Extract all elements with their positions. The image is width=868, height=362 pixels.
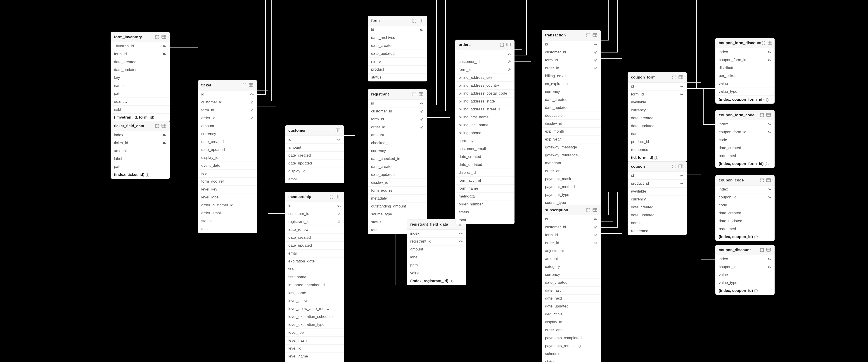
table-icon[interactable]: [592, 33, 597, 37]
column-row[interactable]: first_name: [285, 273, 344, 281]
column-row[interactable]: (index, coupon_id)i: [716, 233, 774, 241]
expand-icon[interactable]: [155, 124, 160, 128]
column-row[interactable]: quantity: [111, 98, 169, 105]
column-row[interactable]: customer_id: [456, 58, 514, 66]
column-row[interactable]: billing_address_city: [456, 74, 514, 82]
table-header[interactable]: form: [368, 16, 427, 26]
table-header[interactable]: coupon_discount: [716, 245, 774, 255]
table-header[interactable]: customer: [285, 126, 344, 136]
column-row[interactable]: order_email: [198, 209, 257, 217]
column-row[interactable]: redeemed: [716, 225, 774, 233]
column-row[interactable]: level_next_renewal_date: [285, 360, 344, 362]
column-row[interactable]: display_id: [542, 318, 601, 326]
column-row[interactable]: level_hash: [285, 337, 344, 344]
table-registrant[interactable]: registrantidcustomer_idform_idorder_idam…: [368, 89, 427, 234]
column-row[interactable]: amount: [407, 245, 466, 253]
column-row[interactable]: id: [542, 215, 601, 223]
column-row[interactable]: deductible: [542, 310, 601, 318]
column-row[interactable]: form_id: [628, 90, 687, 98]
column-row[interactable]: status: [456, 208, 514, 216]
column-row[interactable]: customer_id: [542, 49, 601, 56]
table-header[interactable]: coupon_code: [716, 175, 774, 185]
column-row[interactable]: index: [407, 230, 466, 238]
column-row[interactable]: level_expiration_type: [285, 321, 344, 329]
column-row[interactable]: customer_id: [285, 210, 344, 218]
column-row[interactable]: form_id: [111, 50, 169, 58]
column-row[interactable]: form_id: [198, 106, 257, 114]
column-row[interactable]: date_next: [542, 295, 601, 302]
column-row[interactable]: customer_id: [198, 98, 257, 106]
column-row[interactable]: currency: [542, 88, 601, 96]
column-row[interactable]: order_email: [542, 167, 601, 175]
column-row[interactable]: currency: [368, 147, 427, 155]
column-row[interactable]: exp_year: [542, 135, 601, 144]
table-membership[interactable]: membershipidcustomer_idregistrant_idauto…: [285, 192, 344, 362]
column-row[interactable]: amount: [368, 131, 427, 139]
column-row[interactable]: (index, coupon_form_id)i: [716, 96, 774, 103]
erd-canvas[interactable]: form_inventory_fivetran_idform_iddate_cr…: [0, 0, 868, 362]
column-row[interactable]: form_id: [368, 115, 427, 123]
table-icon[interactable]: [249, 83, 254, 87]
table-icon[interactable]: [506, 43, 511, 47]
column-row[interactable]: billing_address_state: [456, 97, 514, 105]
table-header[interactable]: coupon_form_discount: [716, 38, 774, 48]
column-row[interactable]: currency: [628, 195, 687, 203]
column-row[interactable]: date_created: [456, 153, 514, 161]
column-row[interactable]: name: [368, 58, 427, 66]
column-row[interactable]: product_id: [628, 180, 687, 187]
table-icon[interactable]: [679, 76, 683, 80]
column-row[interactable]: date_created: [368, 163, 427, 171]
column-row[interactable]: display_id: [285, 168, 344, 175]
column-row[interactable]: display_id: [542, 120, 601, 128]
table-coupon_code[interactable]: coupon_codeindexcoupon_idcodedate_create…: [716, 175, 774, 241]
column-row[interactable]: date_created: [285, 234, 344, 242]
column-row[interactable]: value: [716, 271, 774, 279]
column-row[interactable]: email: [285, 175, 344, 183]
column-row[interactable]: (index, registrant_id)i: [407, 277, 466, 285]
table-icon[interactable]: [161, 35, 166, 39]
column-row[interactable]: cc_expiration: [542, 80, 601, 88]
column-row[interactable]: display_id: [368, 179, 427, 187]
expand-icon[interactable]: [330, 195, 335, 199]
column-row[interactable]: billing_phone: [456, 129, 514, 137]
expand-icon[interactable]: [330, 128, 335, 132]
table-header[interactable]: form_inventory: [111, 32, 169, 42]
column-row[interactable]: display_id: [198, 154, 257, 162]
column-row[interactable]: display_id: [456, 169, 514, 177]
column-row[interactable]: redeemed: [628, 146, 687, 154]
column-row[interactable]: coupon_id: [716, 263, 774, 271]
column-row[interactable]: label: [407, 253, 466, 261]
expand-icon[interactable]: [672, 76, 677, 80]
table-header[interactable]: subscription: [542, 205, 601, 215]
column-row[interactable]: level_id: [285, 344, 344, 353]
table-icon[interactable]: [336, 195, 341, 199]
column-row[interactable]: date_updated: [198, 146, 257, 154]
column-row[interactable]: level_active: [285, 297, 344, 305]
column-row[interactable]: sold: [111, 105, 169, 114]
column-row[interactable]: schedule: [542, 350, 601, 358]
column-row[interactable]: (index, ticket_id)i: [111, 171, 169, 179]
column-row[interactable]: order_id: [542, 239, 601, 247]
table-form_inventory[interactable]: form_inventory_fivetran_idform_iddate_cr…: [111, 32, 169, 121]
column-row[interactable]: gateway_reference: [542, 151, 601, 159]
column-row[interactable]: name: [628, 130, 687, 138]
expand-icon[interactable]: [586, 33, 591, 37]
column-row[interactable]: currency: [542, 271, 601, 279]
column-row[interactable]: value: [407, 269, 466, 277]
column-row[interactable]: date_updated: [628, 122, 687, 130]
column-row[interactable]: label: [111, 155, 169, 163]
column-row[interactable]: date_updated: [285, 159, 344, 168]
column-row[interactable]: status: [542, 358, 601, 362]
column-row[interactable]: date_updated: [368, 50, 427, 58]
column-row[interactable]: payment_mask: [542, 175, 601, 183]
info-icon[interactable]: i: [450, 280, 453, 283]
column-row[interactable]: date_checked_in: [368, 155, 427, 163]
column-row[interactable]: date_updated: [111, 66, 169, 74]
expand-icon[interactable]: [760, 248, 765, 252]
column-row[interactable]: id: [456, 50, 514, 58]
column-row[interactable]: level_expiration_schedule: [285, 313, 344, 321]
column-row[interactable]: form_id: [542, 56, 601, 64]
table-subscription[interactable]: subscriptionidcustomer_idform_idorder_id…: [542, 205, 601, 362]
table-icon[interactable]: [336, 128, 341, 132]
column-row[interactable]: distribute: [716, 64, 774, 72]
